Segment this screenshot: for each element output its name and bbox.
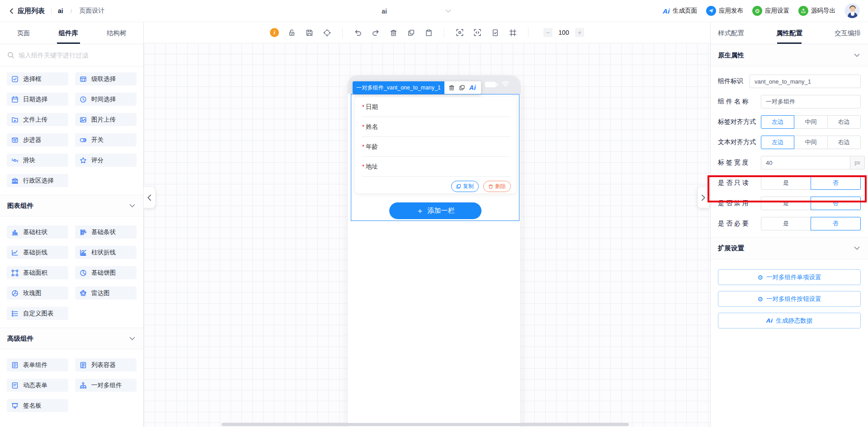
delete-icon[interactable] (388, 28, 398, 38)
required-yes-option[interactable]: 是 (761, 217, 811, 230)
advanced-components-header[interactable]: 高级组件 (0, 328, 143, 349)
label-width-input[interactable] (761, 156, 850, 169)
readonly-yes-option[interactable]: 是 (761, 176, 811, 190)
frame-icon[interactable] (508, 28, 518, 38)
component-item-one-to-many[interactable]: 一对多组件 (75, 379, 137, 392)
search-input[interactable] (19, 52, 136, 59)
form-field-name[interactable]: * 姓名 (362, 117, 511, 137)
district-icon (11, 177, 19, 184)
component-item-file-upload[interactable]: 文件上传 (7, 113, 68, 126)
one-to-many-button-settings-button[interactable]: ⚙ 一对多组件按钮设置 (718, 291, 861, 307)
form-field-address[interactable]: * 地址 (362, 157, 511, 177)
avatar[interactable] (844, 3, 860, 19)
component-item-radar-chart[interactable]: 雷达图 (75, 286, 137, 300)
paste-icon[interactable] (424, 28, 434, 38)
component-item-bar-line-chart[interactable]: 柱状折线 (75, 246, 137, 259)
component-item-custom-chart[interactable]: 自定义图表 (7, 307, 68, 320)
component-item-bar-chart[interactable]: 基础柱状 (7, 225, 68, 239)
native-props-header[interactable]: 原生属性 (711, 44, 868, 66)
readonly-no-option[interactable]: 否 (811, 176, 861, 190)
component-item-signature-board[interactable]: 签名板 (7, 399, 68, 412)
delete-component-icon[interactable] (448, 84, 455, 91)
zoom-in-button[interactable]: + (575, 28, 584, 37)
publish-app-button[interactable]: 应用发布 (706, 6, 743, 16)
component-item-dynamic-form[interactable]: 动态表单 (7, 379, 68, 392)
preview-eye-icon[interactable] (455, 28, 465, 38)
component-item-district-picker[interactable]: 行政区选择 (7, 174, 68, 187)
component-item-slider[interactable]: 滑块 (7, 154, 68, 167)
undo-icon[interactable] (353, 28, 363, 38)
breadcrumb-separator: / (71, 8, 72, 14)
component-item-stepper[interactable]: 步进器 (7, 133, 68, 146)
component-item-line-chart[interactable]: 基础折线 (7, 246, 68, 259)
component-item-checkbox[interactable]: 选择框 (7, 72, 68, 85)
copy-icon[interactable] (406, 28, 416, 38)
row-delete-button[interactable]: 删除 (483, 181, 511, 192)
component-item-cascade[interactable]: 级联选择 (75, 72, 137, 85)
tab-pages[interactable]: 页面 (15, 22, 32, 44)
locate-icon[interactable] (322, 28, 332, 38)
collapse-right-panel-handle[interactable] (698, 187, 709, 208)
component-item-form[interactable]: 表单组件 (7, 358, 68, 371)
tab-style-config[interactable]: 样式配置 (718, 22, 744, 44)
text-align-center-option[interactable]: 中间 (794, 136, 827, 149)
required-no-option[interactable]: 否 (811, 217, 861, 230)
text-align-right-option[interactable]: 右边 (827, 136, 861, 149)
component-item-rose-chart[interactable]: 玫瑰图 (7, 286, 68, 300)
generate-static-data-button[interactable]: Ai 生成静态数据 (718, 313, 861, 328)
back-button[interactable]: 应用列表 (8, 7, 45, 15)
component-item-rate[interactable]: 评分 (75, 154, 137, 167)
redo-icon[interactable] (371, 28, 381, 38)
component-item-switch[interactable]: 开关 (75, 133, 137, 146)
component-item-time-picker[interactable]: 时间选择 (75, 93, 137, 106)
custom-chart-icon (11, 310, 19, 317)
ai-component-icon[interactable]: Ai (469, 84, 476, 91)
design-canvas[interactable]: i − 100 + 一对多组件_vant_one_t (144, 22, 710, 427)
disabled-yes-option[interactable]: 是 (761, 197, 811, 210)
component-item-area-chart[interactable]: 基础面积 (7, 266, 68, 279)
label-align-left-option[interactable]: 左边 (761, 115, 794, 129)
label-align-right-option[interactable]: 右边 (827, 115, 861, 129)
one-to-many-form-card[interactable]: * 日期 * 姓名 * 年龄 * 地址 复制 (355, 97, 516, 193)
component-name-input[interactable] (761, 95, 861, 108)
doc-check-icon[interactable] (490, 28, 500, 38)
collapse-left-panel-handle[interactable] (144, 187, 155, 208)
info-icon[interactable]: i (270, 28, 279, 37)
breadcrumb-app[interactable]: ai (58, 7, 63, 14)
tab-props-config[interactable]: 属性配置 (776, 22, 802, 44)
one-to-many-item-settings-button[interactable]: ⚙ 一对多组件单项设置 (718, 269, 861, 285)
label-align-center-option[interactable]: 中间 (794, 115, 827, 129)
disabled-no-option[interactable]: 否 (811, 197, 861, 210)
component-library-panel: 页面 组件库 结构树 选择框 级联选择 日期选择 时间选择 (0, 22, 144, 427)
row-copy-button[interactable]: 复制 (451, 181, 479, 192)
copy-component-icon[interactable] (459, 84, 465, 91)
chart-components-header[interactable]: 图表组件 (0, 195, 143, 216)
tab-structure-tree[interactable]: 结构树 (105, 22, 128, 44)
page-selector[interactable]: ai (316, 0, 452, 22)
component-name-chip[interactable]: 一对多组件_vant_one_to_many_1 (353, 81, 444, 94)
selected-component-outline[interactable]: 一对多组件_vant_one_to_many_1 Ai * 日期 * 姓名 * … (351, 94, 519, 221)
form-field-age[interactable]: * 年龄 (362, 137, 511, 157)
zoom-out-button[interactable]: − (543, 28, 552, 37)
component-item-bar-horizontal-chart[interactable]: 基础条状 (75, 225, 137, 239)
chevron-down-icon[interactable] (445, 9, 451, 13)
form-field-date[interactable]: * 日期 (362, 97, 511, 117)
export-source-button[interactable]: 源码导出 (798, 6, 835, 16)
extension-settings-header[interactable]: 扩展设置 (711, 237, 868, 259)
add-row-button[interactable]: ＋ 添加一栏 (389, 202, 481, 219)
component-item-list-container[interactable]: 列表容器 (75, 358, 137, 371)
component-id-input[interactable] (750, 75, 861, 88)
preview-code-icon[interactable] (472, 28, 482, 38)
horizontal-scrollbar[interactable] (222, 423, 629, 426)
component-item-image-upload[interactable]: 图片上传 (75, 113, 137, 126)
tab-interaction[interactable]: 交互编排 (835, 22, 861, 44)
component-item-date-picker[interactable]: 日期选择 (7, 93, 68, 106)
app-settings-button[interactable]: ⚙ 应用设置 (752, 6, 789, 16)
text-align-left-option[interactable]: 左边 (761, 136, 794, 149)
component-item-pie-chart[interactable]: 基础饼图 (75, 266, 137, 279)
unlock-icon[interactable] (287, 28, 297, 38)
save-icon[interactable] (304, 28, 314, 38)
generate-page-button[interactable]: Ai 生成页面 (663, 7, 697, 15)
tab-components[interactable]: 组件库 (57, 22, 80, 44)
canvas-toolbar: i − 100 + (144, 22, 710, 43)
